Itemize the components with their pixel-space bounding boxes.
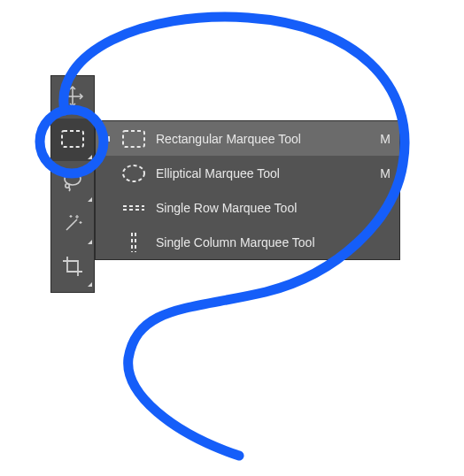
toolbar-item-crop[interactable] — [51, 246, 94, 288]
svg-line-4 — [66, 219, 77, 230]
flyout-caret-icon — [88, 112, 92, 117]
flyout-item-label: Single Row Marquee Tool — [156, 201, 366, 215]
selected-indicator — [103, 169, 112, 178]
svg-rect-2 — [62, 131, 83, 147]
toolbar — [50, 75, 95, 293]
toolbar-item-move[interactable] — [51, 76, 94, 119]
rectangular-marquee-icon — [120, 128, 147, 150]
magic-wand-icon — [61, 212, 84, 238]
svg-point-6 — [123, 165, 144, 181]
rectangular-marquee-icon — [60, 129, 85, 151]
toolbar-item-wand[interactable] — [51, 203, 94, 246]
flyout-item-label: Elliptical Marquee Tool — [156, 166, 366, 180]
lasso-icon — [61, 170, 84, 196]
flyout-item-rectangular-marquee[interactable]: Rectangular Marquee Tool M — [96, 121, 399, 156]
selected-indicator — [103, 134, 112, 143]
flyout-caret-icon — [88, 155, 92, 159]
flyout-caret-icon — [88, 240, 92, 244]
move-icon — [61, 85, 84, 111]
flyout-item-label: Rectangular Marquee Tool — [156, 132, 366, 146]
flyout-item-shortcut: M — [375, 166, 391, 180]
flyout-caret-icon — [88, 282, 92, 287]
toolbar-item-lasso[interactable] — [51, 161, 94, 203]
flyout-caret-icon — [88, 197, 92, 202]
crop-icon — [61, 255, 84, 280]
toolbar-item-marquee[interactable] — [51, 119, 94, 161]
elliptical-marquee-icon — [120, 163, 147, 184]
flyout-item-elliptical-marquee[interactable]: Elliptical Marquee Tool M — [96, 156, 399, 190]
selected-indicator — [103, 238, 112, 247]
single-column-marquee-icon — [120, 232, 147, 253]
marquee-flyout-menu: Rectangular Marquee Tool M Elliptical Ma… — [95, 120, 400, 260]
single-row-marquee-icon — [120, 197, 147, 219]
selected-indicator — [103, 203, 112, 212]
flyout-item-label: Single Column Marquee Tool — [156, 235, 366, 250]
svg-rect-5 — [123, 131, 144, 147]
flyout-item-single-row-marquee[interactable]: Single Row Marquee Tool — [96, 190, 399, 225]
flyout-item-shortcut: M — [375, 132, 391, 146]
flyout-item-single-column-marquee[interactable]: Single Column Marquee Tool — [96, 225, 399, 259]
